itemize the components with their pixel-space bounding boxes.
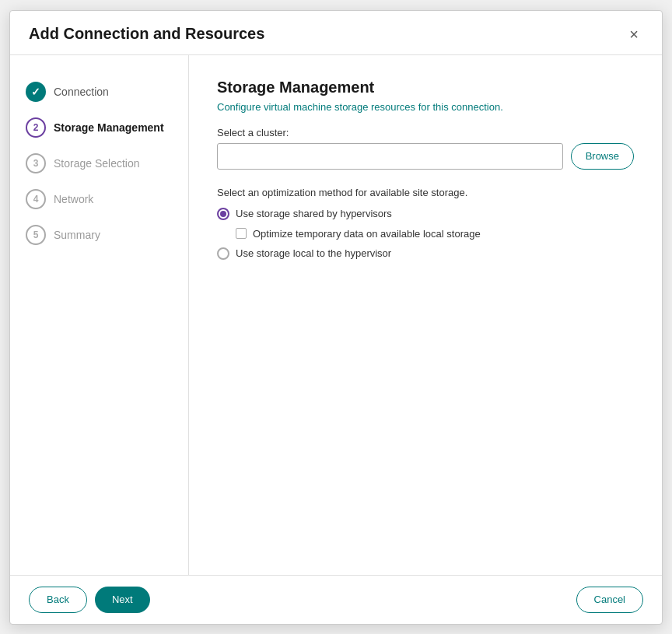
checkbox-optimize-label: Optimize temporary data on available loc… — [253, 228, 481, 240]
add-connection-dialog: Add Connection and Resources × ✓ Connect… — [9, 10, 663, 625]
radio-option-local[interactable]: Use storage local to the hypervisor — [217, 247, 634, 260]
radio-shared[interactable] — [217, 208, 229, 220]
optimization-label: Select an optimization method for availa… — [217, 187, 634, 198]
sidebar-item-storage-selection[interactable]: 3 Storage Selection — [10, 145, 188, 181]
step-number-5: 5 — [33, 229, 39, 240]
sidebar: ✓ Connection 2 Storage Management 3 Stor… — [10, 55, 189, 575]
close-button[interactable]: × — [625, 25, 643, 44]
radio-shared-label: Use storage shared by hypervisors — [236, 208, 392, 219]
dialog-header: Add Connection and Resources × — [10, 11, 662, 55]
radio-option-shared[interactable]: Use storage shared by hypervisors — [217, 208, 634, 220]
sidebar-item-summary[interactable]: 5 Summary — [10, 217, 188, 253]
checkmark-icon: ✓ — [31, 86, 40, 98]
back-button[interactable]: Back — [29, 587, 87, 613]
cancel-button[interactable]: Cancel — [576, 587, 643, 613]
step-icon-summary: 5 — [26, 225, 46, 245]
step-icon-network: 4 — [26, 189, 46, 209]
cluster-row: Browse — [217, 143, 634, 170]
cluster-label: Select a cluster: — [217, 127, 634, 138]
dialog-title: Add Connection and Resources — [29, 25, 264, 43]
radio-local-label: Use storage local to the hypervisor — [236, 247, 391, 259]
sidebar-label-network: Network — [54, 193, 93, 205]
sidebar-label-storage-management: Storage Management — [54, 121, 164, 134]
step-number-4: 4 — [33, 194, 39, 205]
checkbox-optimize[interactable] — [236, 228, 247, 239]
sidebar-label-summary: Summary — [54, 229, 100, 241]
sidebar-label-connection: Connection — [54, 86, 109, 98]
radio-shared-inner — [220, 211, 226, 217]
checkbox-option-row[interactable]: Optimize temporary data on available loc… — [236, 228, 634, 240]
step-icon-connection: ✓ — [26, 82, 46, 102]
main-content: Storage Management Configure virtual mac… — [189, 55, 662, 575]
browse-button[interactable]: Browse — [571, 143, 634, 170]
step-number-2: 2 — [33, 122, 39, 133]
footer-left: Back Next — [29, 587, 150, 613]
cluster-input[interactable] — [217, 143, 563, 170]
section-subtitle: Configure virtual machine storage resour… — [217, 101, 634, 113]
sidebar-item-storage-management[interactable]: 2 Storage Management — [10, 110, 188, 145]
sidebar-item-network[interactable]: 4 Network — [10, 181, 188, 217]
radio-local[interactable] — [217, 247, 229, 260]
step-icon-storage-management: 2 — [26, 117, 46, 138]
next-button[interactable]: Next — [95, 587, 150, 613]
step-icon-storage-selection: 3 — [26, 153, 46, 173]
section-title: Storage Management — [217, 79, 634, 96]
sidebar-label-storage-selection: Storage Selection — [54, 157, 140, 170]
step-number-3: 3 — [33, 158, 39, 169]
dialog-footer: Back Next Cancel — [10, 575, 662, 624]
sidebar-item-connection[interactable]: ✓ Connection — [10, 74, 188, 110]
dialog-body: ✓ Connection 2 Storage Management 3 Stor… — [10, 55, 662, 575]
